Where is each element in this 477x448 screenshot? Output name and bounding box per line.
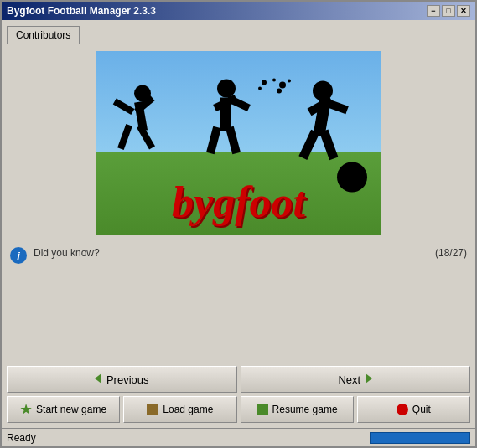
minimize-button[interactable]: − [427,5,440,17]
window-title: Bygfoot Football Manager 2.3.3 [7,5,156,17]
maximize-button[interactable]: □ [442,5,455,17]
logo-container: bygfoot [7,51,470,235]
load-game-label: Load game [163,404,213,415]
previous-button[interactable]: Previous [7,366,237,393]
next-label: Next [338,373,360,386]
svg-point-6 [217,80,236,98]
status-text: Ready [7,432,365,444]
previous-arrow-icon [95,373,101,386]
svg-rect-9 [226,126,241,154]
svg-point-19 [262,80,267,85]
load-game-button[interactable]: Load game [123,396,236,423]
quit-icon [397,404,408,415]
title-bar-buttons: − □ ✕ [427,5,470,17]
window-content: Contributors [2,20,475,428]
spacer [7,296,470,363]
did-you-know-text: Did you know? [34,247,428,259]
quit-label: Quit [412,404,431,415]
resume-game-label: Resume game [272,404,338,415]
svg-point-23 [258,87,262,90]
svg-point-18 [337,162,367,193]
logo-text: bygfoot [172,178,305,227]
svg-rect-8 [206,126,221,154]
previous-label: Previous [106,373,149,386]
tab-bar: Contributors [7,25,470,44]
info-bar: i Did you know? (18/27) [7,242,470,292]
info-counter: (18/27) [435,247,467,259]
logo-image: bygfoot [96,51,381,235]
svg-point-20 [272,79,276,82]
next-arrow-icon [366,373,372,386]
resume-game-icon [257,404,268,415]
next-button[interactable]: Next [241,366,471,393]
start-new-game-icon [20,404,32,415]
title-bar: Bygfoot Football Manager 2.3.3 − □ ✕ [2,2,475,20]
close-button[interactable]: ✕ [457,5,470,17]
load-game-icon [147,404,158,415]
svg-rect-15 [319,130,338,161]
resume-game-button[interactable]: Resume game [241,396,354,423]
tab-contributors[interactable]: Contributors [7,26,80,44]
start-new-game-button[interactable]: Start new game [7,396,120,423]
quit-button[interactable]: Quit [357,396,470,423]
svg-rect-14 [298,130,319,160]
status-progress-bar [370,432,470,444]
info-icon: i [10,247,27,264]
svg-rect-2 [117,124,132,150]
start-new-game-label: Start new game [36,404,106,415]
svg-rect-5 [112,99,134,115]
nav-buttons: Previous Next [7,366,470,393]
svg-point-22 [288,80,291,83]
svg-point-21 [279,82,286,89]
status-bar: Ready [2,428,475,446]
svg-point-24 [277,89,282,94]
main-window: Bygfoot Football Manager 2.3.3 − □ ✕ Con… [0,0,477,448]
action-buttons: Start new game Load game Resume game Qui… [7,396,470,423]
